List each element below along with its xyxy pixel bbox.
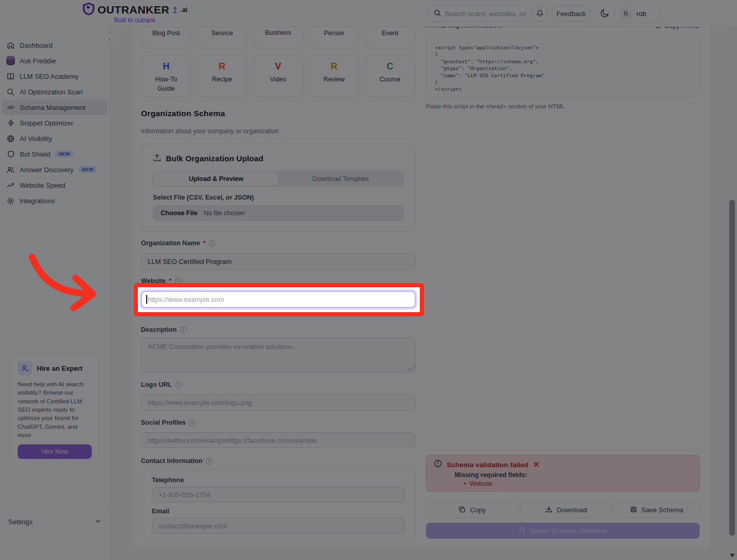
website-field-highlight <box>141 291 416 308</box>
website-input[interactable] <box>141 291 416 308</box>
text-caret <box>146 295 147 304</box>
annotation-arrow <box>24 250 102 313</box>
dim-overlay <box>0 0 737 560</box>
